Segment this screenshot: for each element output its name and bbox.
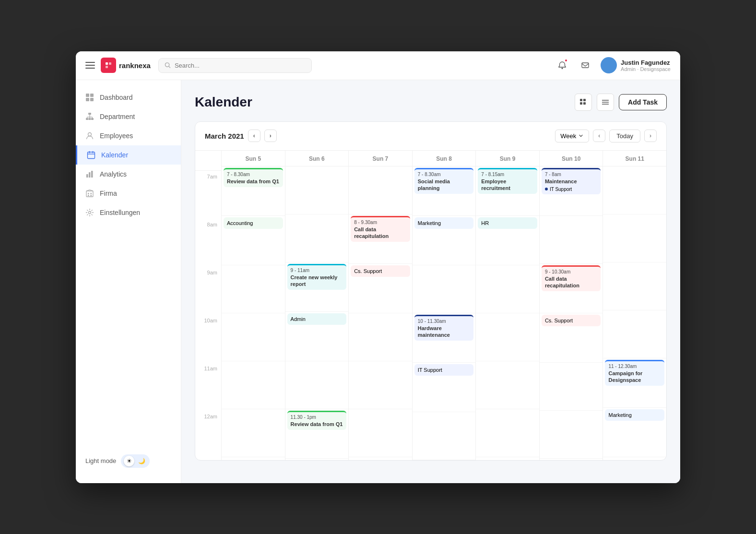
kalender-label: Kalender xyxy=(101,151,128,159)
event-weekly-report[interactable]: 9 - 11am Create new weekly report xyxy=(287,264,347,290)
event-review-q1-sun5[interactable]: 7 - 8.30am Review data from Q1 xyxy=(224,168,283,187)
prev-week-button[interactable]: ‹ xyxy=(593,130,605,142)
slot-sun7-11am xyxy=(349,361,412,409)
event-dept: IT Support xyxy=(418,367,471,373)
event-call-data-sun10[interactable]: 9 - 10.30am Call data recapitulation xyxy=(542,265,601,292)
day-body-sun6: 9 - 11am Create new weekly report Admin xyxy=(285,166,349,459)
sidebar-item-firma[interactable]: Firma xyxy=(76,184,181,203)
menu-icon[interactable] xyxy=(85,62,95,69)
svg-rect-11 xyxy=(86,118,88,120)
logo[interactable]: ranknexa xyxy=(101,58,151,73)
next-month-button[interactable]: › xyxy=(264,130,277,142)
day-body-sun10: 7 - 8am Maintenance IT Support xyxy=(540,168,603,459)
search-input[interactable] xyxy=(175,62,306,69)
today-button[interactable]: Today xyxy=(609,130,640,142)
svg-point-3 xyxy=(165,63,169,67)
dept-label: Cs. Support xyxy=(545,318,573,323)
sidebar-item-dashboard[interactable]: Dashboard xyxy=(76,88,181,107)
svg-rect-6 xyxy=(86,94,89,97)
dark-mode-button[interactable]: 🌙 xyxy=(136,456,147,466)
sidebar-item-analytics[interactable]: Analytics xyxy=(76,165,181,184)
event-campaign[interactable]: 11 - 12.30am Campaign for Designspace xyxy=(605,360,664,386)
user-menu[interactable]: Justin Fagundez Admin · Designspace xyxy=(601,57,671,73)
list-view-button[interactable] xyxy=(597,94,614,111)
chart-icon xyxy=(85,170,94,178)
add-task-button[interactable]: Add Task xyxy=(619,94,667,110)
event-title: Hardware maintenance xyxy=(418,325,471,339)
event-dept: Cs. Support xyxy=(545,318,598,323)
employees-label: Employees xyxy=(100,132,133,140)
slot-sun9-11am xyxy=(476,361,539,409)
notifications-button[interactable] xyxy=(555,58,570,73)
grid-view-button[interactable] xyxy=(575,94,592,111)
dept-dot xyxy=(545,188,548,190)
svg-rect-13 xyxy=(91,118,94,120)
week-view-select[interactable]: Week xyxy=(555,130,589,142)
calendar-month: March 2021 ‹ › xyxy=(205,130,277,142)
slot-sun9-10am xyxy=(476,313,539,361)
time-column: 7am 8am 9am 10am 11am 12am xyxy=(195,151,222,460)
event-dept: Cs. Support xyxy=(354,268,407,274)
search-bar[interactable] xyxy=(158,58,312,73)
sidebar-item-department[interactable]: Department xyxy=(76,107,181,126)
event-employee-recruitment[interactable]: 7 - 8.15am Employee recruitment xyxy=(478,168,537,194)
svg-rect-19 xyxy=(88,152,95,159)
event-call-data-sun7[interactable]: 8 - 9.30am Call data recapitulation xyxy=(351,216,410,242)
event-title: Review data from Q1 xyxy=(291,421,343,427)
dept-label: Accounting xyxy=(227,220,253,226)
slot-sun8-7am: 7 - 8.30am Social media planning xyxy=(413,168,476,216)
slot-sun11-8am xyxy=(603,214,666,262)
building-icon xyxy=(85,189,94,198)
event-cs-support-sun10[interactable]: Cs. Support xyxy=(542,315,601,326)
event-title: Create new weekly report xyxy=(291,274,343,288)
sidebar-item-kalender[interactable]: Kalender xyxy=(76,145,181,165)
content-area: Kalender xyxy=(181,80,680,483)
event-accounting[interactable]: Accounting xyxy=(224,217,283,229)
time-8am: 8am xyxy=(195,219,221,267)
logo-icon xyxy=(101,58,116,73)
einstellungen-label: Einstellungen xyxy=(100,209,140,216)
month-label: March 2021 xyxy=(205,132,244,140)
day-header-sun6: Sun 6 xyxy=(285,151,349,166)
sidebar-item-einstellungen[interactable]: Einstellungen xyxy=(76,203,181,222)
light-mode-button[interactable]: ☀ xyxy=(124,456,134,466)
slot-sun8-12am xyxy=(413,412,476,460)
svg-rect-9 xyxy=(90,98,94,101)
svg-rect-25 xyxy=(91,171,93,178)
event-dept: Admin xyxy=(291,316,343,322)
event-time: 7 - 8.30am xyxy=(418,172,471,177)
sidebar-item-employees[interactable]: Employees xyxy=(76,126,181,145)
slot-sun7-12am xyxy=(349,409,412,457)
event-title: Review data from Q1 xyxy=(227,178,280,185)
event-it-support-sun8[interactable]: IT Support xyxy=(414,364,474,376)
event-maintenance-sun10[interactable]: 7 - 8am Maintenance IT Support xyxy=(542,168,601,194)
slot-sun9-8am: HR xyxy=(476,217,539,265)
theme-switcher: Light mode ☀ 🌙 xyxy=(76,447,181,475)
day-header-sun7: Sun 7 xyxy=(349,151,412,166)
prev-month-button[interactable]: ‹ xyxy=(248,130,260,142)
svg-rect-24 xyxy=(89,172,91,178)
event-hr[interactable]: HR xyxy=(478,217,537,229)
event-marketing-sun8[interactable]: Marketing xyxy=(414,217,474,229)
slot-sun5-7am: 7 - 8.30am Review data from Q1 xyxy=(222,168,285,216)
next-week-button[interactable]: › xyxy=(644,130,657,142)
slot-sun7-9am: Cs. Support xyxy=(349,265,412,313)
event-cs-support-sun7[interactable]: Cs. Support xyxy=(351,265,410,277)
event-social-media[interactable]: 7 - 8.30am Social media planning xyxy=(414,168,474,194)
event-dept: Marketing xyxy=(608,412,661,418)
mail-button[interactable] xyxy=(578,58,593,73)
page-header: Kalender xyxy=(195,94,667,111)
day-body-sun11: 11 - 12.30am Campaign for Designspace Ma… xyxy=(603,166,666,457)
slot-sun6-8am xyxy=(285,214,349,262)
hierarchy-icon xyxy=(85,112,94,121)
event-review-q1-sun6[interactable]: 11.30 - 1pm Review data from Q1 xyxy=(287,411,347,430)
svg-point-4 xyxy=(562,68,563,69)
svg-rect-0 xyxy=(106,62,108,65)
event-admin[interactable]: Admin xyxy=(287,313,347,325)
theme-toggle[interactable]: ☀ 🌙 xyxy=(121,454,150,468)
slot-sun9-12am xyxy=(476,409,539,457)
list-view-icon xyxy=(602,98,609,106)
slot-sun10-12am xyxy=(540,411,603,459)
event-marketing-sun11[interactable]: Marketing xyxy=(605,409,664,421)
event-hardware[interactable]: 10 - 11.30am Hardware maintenance xyxy=(414,315,474,341)
